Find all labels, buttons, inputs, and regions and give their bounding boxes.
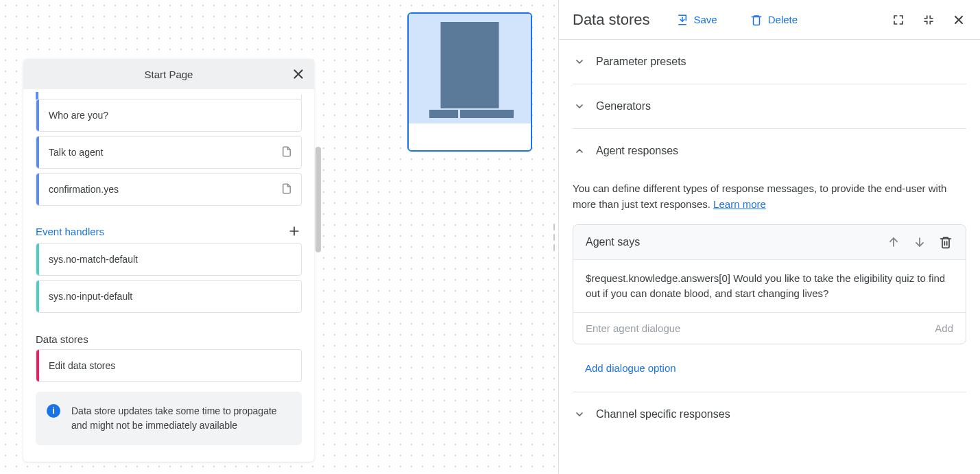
info-banner: i Data store updates take some time to p… bbox=[36, 392, 302, 445]
agent-says-header: Agent says bbox=[573, 225, 966, 260]
scrollbar-thumb[interactable] bbox=[315, 147, 321, 252]
flow-canvas[interactable]: Start Page Who are you? Talk to agent co… bbox=[0, 0, 557, 474]
close-icon[interactable] bbox=[291, 67, 306, 82]
data-stores-item-label: Edit data stores bbox=[49, 360, 115, 371]
info-text: Data store updates take some time to pro… bbox=[71, 405, 277, 431]
panel-resize-handle[interactable] bbox=[551, 224, 557, 251]
section-label: Channel specific responses bbox=[596, 408, 730, 420]
move-down-icon[interactable] bbox=[912, 235, 927, 250]
agent-says-title: Agent says bbox=[586, 236, 875, 248]
info-icon: i bbox=[47, 404, 60, 418]
intent-label: Talk to agent bbox=[49, 147, 103, 158]
chevron-down-icon bbox=[573, 55, 586, 69]
move-up-icon[interactable] bbox=[886, 235, 901, 250]
section-label: Generators bbox=[596, 100, 651, 112]
event-handlers-header[interactable]: Event handlers bbox=[36, 224, 302, 239]
close-icon[interactable] bbox=[951, 12, 966, 27]
section-channel-specific[interactable]: Channel specific responses bbox=[573, 392, 966, 436]
chevron-up-icon bbox=[573, 144, 586, 158]
save-button[interactable]: Save bbox=[669, 10, 724, 30]
intent-route-talk-to-agent[interactable]: Talk to agent bbox=[36, 136, 302, 169]
node-thumbnail bbox=[409, 14, 531, 123]
event-handlers-title: Event handlers bbox=[36, 226, 104, 237]
chevron-down-icon bbox=[573, 407, 586, 421]
start-page-body: Who are you? Talk to agent confirmation.… bbox=[23, 99, 314, 462]
section-generators[interactable]: Generators bbox=[573, 84, 966, 129]
section-label: Parameter presets bbox=[596, 56, 686, 68]
intent-label: confirmation.yes bbox=[49, 184, 119, 195]
agent-dialogue-input-row: Add bbox=[573, 313, 966, 344]
add-dialogue-option-button[interactable]: Add dialogue option bbox=[573, 344, 676, 392]
event-label: sys.no-input-default bbox=[49, 291, 132, 302]
flow-node-selected[interactable] bbox=[407, 12, 532, 152]
agent-dialogue-input[interactable] bbox=[586, 322, 935, 334]
add-event-handler-icon[interactable] bbox=[287, 224, 302, 239]
section-parameter-presets[interactable]: Parameter presets bbox=[573, 40, 966, 84]
intent-route-who-are-you[interactable]: Who are you? bbox=[36, 99, 302, 132]
start-page-panel: Start Page Who are you? Talk to agent co… bbox=[23, 59, 314, 462]
agent-says-card: Agent says $request.knowledge.answers[0]… bbox=[573, 224, 966, 344]
delete-label: Delete bbox=[768, 14, 798, 25]
section-agent-responses[interactable]: Agent responses bbox=[573, 129, 966, 173]
fullscreen-icon[interactable] bbox=[891, 12, 906, 27]
right-panel-body: Parameter presets Generators Agent respo… bbox=[559, 40, 980, 474]
right-panel-title: Data stores bbox=[573, 11, 650, 29]
data-stores-header: Data stores bbox=[36, 333, 302, 345]
chevron-down-icon bbox=[573, 99, 586, 113]
agent-says-text[interactable]: $request.knowledge.answers[0] Would you … bbox=[573, 260, 966, 313]
section-label: Agent responses bbox=[596, 145, 678, 157]
data-stores-title: Data stores bbox=[36, 333, 88, 345]
right-panel: Data stores Save Delete Parameter preset… bbox=[558, 0, 980, 474]
page-link-icon bbox=[280, 145, 293, 160]
start-page-title: Start Page bbox=[145, 69, 193, 80]
event-label: sys.no-match-default bbox=[49, 254, 138, 265]
add-dialogue-inline-button[interactable]: Add bbox=[935, 322, 953, 334]
event-handler-no-match[interactable]: sys.no-match-default bbox=[36, 243, 302, 276]
edit-data-stores-item[interactable]: Edit data stores bbox=[36, 349, 302, 382]
delete-button[interactable]: Delete bbox=[743, 10, 804, 30]
page-link-icon bbox=[280, 182, 293, 197]
intent-route-confirmation-yes[interactable]: confirmation.yes bbox=[36, 173, 302, 206]
exit-fullscreen-icon[interactable] bbox=[921, 12, 936, 27]
intent-label: Who are you? bbox=[49, 110, 108, 121]
trash-icon[interactable] bbox=[938, 235, 953, 250]
agent-responses-description: You can define different types of respon… bbox=[573, 173, 966, 224]
start-page-header: Start Page bbox=[23, 59, 314, 89]
learn-more-link[interactable]: Learn more bbox=[713, 198, 766, 210]
event-handler-no-input[interactable]: sys.no-input-default bbox=[36, 280, 302, 313]
right-panel-header: Data stores Save Delete bbox=[559, 0, 980, 40]
save-label: Save bbox=[694, 14, 717, 25]
